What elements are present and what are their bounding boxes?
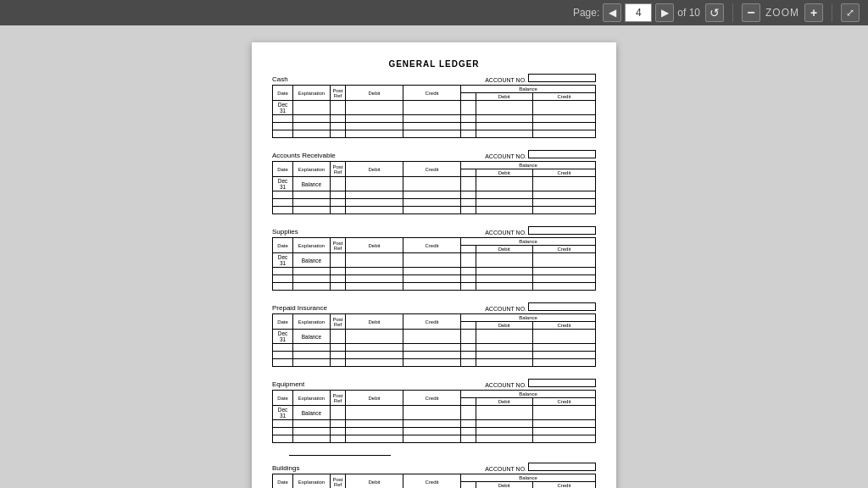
- cell-debit: [346, 101, 403, 115]
- cell-post: [331, 406, 346, 420]
- cell-bal-debit: [476, 268, 532, 275]
- cell-bal-label: [461, 101, 476, 115]
- cell-bal-credit: [532, 330, 595, 344]
- th-credit: Credit: [403, 391, 461, 406]
- page-number-input[interactable]: [625, 3, 652, 22]
- fullscreen-button[interactable]: ⤢: [841, 3, 860, 22]
- cell-bal-credit: [532, 199, 595, 207]
- cell-date: Dec 31: [273, 253, 293, 268]
- cell-bal-label: [461, 428, 476, 435]
- th-post-ref: PostRef: [331, 162, 346, 177]
- th-bal-label: [461, 93, 476, 101]
- table-row: [273, 344, 596, 352]
- cell-date: [273, 344, 293, 352]
- th-explanation: Explanation: [293, 314, 331, 330]
- th-date: Date: [273, 162, 293, 177]
- th-post-ref: PostRef: [331, 238, 346, 253]
- th-balance: Balance: [461, 474, 596, 482]
- th-debit: Debit: [346, 474, 403, 489]
- cell-post: [331, 123, 346, 130]
- cell-bal-label: [461, 275, 476, 283]
- ar-header: Accounts Receivable ACCOUNT NO.: [272, 150, 596, 159]
- cash-table: Date Explanation PostRef Debit Credit Ba…: [272, 85, 596, 138]
- cell-date: [273, 359, 293, 367]
- th-post-ref: PostRef: [331, 474, 346, 489]
- reload-button[interactable]: ↺: [705, 3, 724, 22]
- table-row: [273, 359, 596, 367]
- cell-exp: [293, 435, 331, 443]
- toolbar: Page: ◀ ▶ of 10 ↺ − ZOOM + ⤢: [0, 0, 868, 25]
- next-page-button[interactable]: ▶: [655, 3, 674, 22]
- cell-date: [273, 428, 293, 435]
- th-balance: Balance: [461, 162, 596, 169]
- th-date: Date: [273, 391, 293, 406]
- prev-page-button[interactable]: ◀: [603, 3, 621, 22]
- table-row: [273, 130, 596, 138]
- th-bal-label: [461, 482, 476, 489]
- cell-bal-label: [461, 359, 476, 367]
- th-credit: Credit: [403, 162, 461, 177]
- th-debit: Debit: [346, 238, 403, 253]
- cell-credit: [403, 344, 461, 352]
- cell-bal-debit: [476, 130, 532, 138]
- page-label: Page:: [573, 7, 599, 19]
- cell-bal-debit: [476, 253, 532, 268]
- cell-debit: [346, 123, 403, 130]
- table-row: Dec 31 Balance: [273, 330, 596, 344]
- cell-bal-credit: [532, 359, 595, 367]
- th-explanation: Explanation: [293, 162, 331, 177]
- cell-bal-debit: [476, 344, 532, 352]
- th-explanation: Explanation: [293, 391, 331, 406]
- cell-bal-label: [461, 253, 476, 268]
- cell-bal-credit: [532, 130, 595, 138]
- document-scroll-area[interactable]: GENERAL LEDGER Cash ACCOUNT NO. Date Exp…: [0, 25, 868, 488]
- cell-exp: [293, 283, 331, 291]
- th-explanation: Explanation: [293, 86, 331, 101]
- cell-bal-credit: [532, 406, 595, 420]
- th-explanation: Explanation: [293, 238, 331, 253]
- table-row: [273, 275, 596, 283]
- cell-credit: [403, 268, 461, 275]
- cash-account-no-box: [528, 74, 596, 82]
- th-bal-debit: Debit: [476, 398, 532, 406]
- cell-bal-label: [461, 283, 476, 291]
- cell-credit: [403, 283, 461, 291]
- cell-bal-credit: [532, 283, 595, 291]
- cash-account-no-label: ACCOUNT NO.: [485, 74, 596, 83]
- cell-bal-debit: [476, 191, 532, 199]
- cell-date: [273, 352, 293, 359]
- eq-table: Date Explanation PostRef Debit Credit Ba…: [272, 390, 596, 443]
- eq-account-no-box: [528, 379, 596, 387]
- table-row: Dec 31 Balance: [273, 177, 596, 191]
- th-balance: Balance: [461, 238, 596, 246]
- cell-date: [273, 115, 293, 123]
- eq-header: Equipment ACCOUNT NO.: [272, 379, 596, 388]
- cell-date: [273, 123, 293, 130]
- zoom-in-button[interactable]: +: [804, 3, 823, 22]
- cash-header: Cash ACCOUNT NO.: [272, 74, 596, 83]
- th-post-ref: PostRef: [331, 86, 346, 101]
- th-bal-credit: Credit: [532, 246, 595, 253]
- cell-credit: [403, 275, 461, 283]
- th-credit: Credit: [403, 238, 461, 253]
- cell-date: [273, 435, 293, 443]
- cell-date: [273, 283, 293, 291]
- cell-credit: [403, 253, 461, 268]
- cell-post: [331, 275, 346, 283]
- zoom-out-button[interactable]: −: [742, 3, 760, 22]
- cell-credit: [403, 101, 461, 115]
- ar-account-no-box: [528, 150, 596, 158]
- cell-bal-label: [461, 115, 476, 123]
- cell-post: [331, 268, 346, 275]
- zoom-label: ZOOM: [765, 7, 799, 19]
- table-row: [273, 428, 596, 435]
- th-bal-credit: Credit: [532, 482, 595, 489]
- supplies-account-no-label: ACCOUNT NO.: [485, 226, 596, 236]
- cell-post: [331, 428, 346, 435]
- cell-post: [331, 177, 346, 191]
- cell-credit: [403, 130, 461, 138]
- ar-table: Date Explanation PostRef Debit Credit Ba…: [272, 161, 596, 214]
- cell-exp: [293, 123, 331, 130]
- cell-credit: [403, 428, 461, 435]
- th-debit: Debit: [346, 162, 403, 177]
